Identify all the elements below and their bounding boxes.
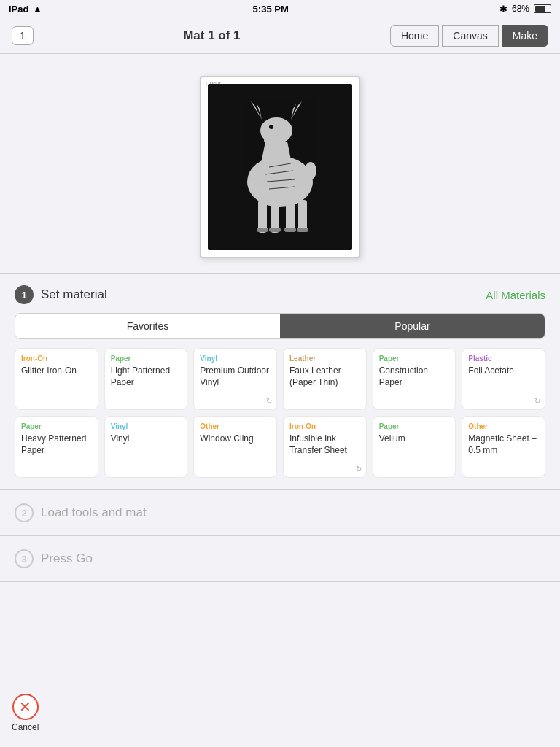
material-card[interactable]: VinylVinyl <box>104 416 188 478</box>
material-category-label: Iron-On <box>289 422 360 430</box>
material-category-label: Paper <box>379 422 450 430</box>
material-name-label: Infusible Ink Transfer Sheet <box>289 433 360 456</box>
material-name-label: Construction Paper <box>379 365 450 388</box>
step2-title: Load tools and mat <box>41 506 147 520</box>
svg-rect-7 <box>298 200 307 231</box>
step1-header-left: 1 Set material <box>15 285 107 304</box>
battery-icon <box>534 4 551 13</box>
step3-number: 3 <box>15 549 34 568</box>
home-button[interactable]: Home <box>390 25 439 47</box>
scroll-indicator: ↻ <box>266 397 272 405</box>
wifi-icon: ▲ <box>33 4 42 14</box>
material-name-label: Window Cling <box>200 433 271 445</box>
material-card[interactable]: OtherMagnetic Sheet – 0.5 mm <box>462 416 545 478</box>
material-card[interactable]: OtherWindow Cling <box>193 416 277 478</box>
material-card[interactable]: PlasticFoil Acetate↻ <box>462 348 545 410</box>
all-materials-link[interactable]: All Materials <box>486 289 545 301</box>
mat-inner <box>208 84 352 250</box>
scroll-indicator: ↻ <box>356 465 362 473</box>
step1-title: Set material <box>41 287 107 302</box>
moose-design <box>222 98 338 236</box>
cancel-icon: ✕ <box>12 694 39 720</box>
status-time: 5:35 PM <box>253 4 289 15</box>
mat-preview: Cricut <box>200 76 360 258</box>
make-button[interactable]: Make <box>502 25 548 47</box>
carrier-label: iPad <box>9 4 28 15</box>
material-category-label: Plastic <box>468 355 539 363</box>
favorites-tab[interactable]: Favorites <box>15 314 280 338</box>
material-category-label: Other <box>200 422 271 430</box>
material-card[interactable]: PaperLight Patterned Paper <box>104 348 188 410</box>
nav-right: Home Canvas Make <box>390 25 548 47</box>
status-bar: iPad ▲ 5:35 PM ✱ 68% <box>0 0 560 18</box>
material-category-label: Vinyl <box>200 355 271 363</box>
material-category-label: Other <box>468 422 539 430</box>
status-left: iPad ▲ <box>9 4 42 15</box>
svg-rect-8 <box>257 228 268 232</box>
material-name-label: Faux Leather (Paper Thin) <box>289 365 360 388</box>
main-content: Cricut <box>0 54 560 747</box>
material-name-label: Vellum <box>379 433 450 445</box>
svg-point-12 <box>305 162 316 179</box>
svg-rect-11 <box>297 228 308 232</box>
step1-number: 1 <box>15 285 34 304</box>
material-category-label: Paper <box>379 355 450 363</box>
material-card[interactable]: PaperVellum <box>373 416 456 478</box>
svg-rect-10 <box>284 228 296 232</box>
step3-title: Press Go <box>41 551 93 566</box>
svg-rect-6 <box>286 200 295 231</box>
material-name-label: Foil Acetate <box>468 365 539 377</box>
material-category-label: Vinyl <box>111 422 182 430</box>
material-tabs: Favorites Popular <box>15 313 545 339</box>
material-name-label: Magnetic Sheet – 0.5 mm <box>468 433 539 456</box>
material-category-label: Paper <box>21 422 92 430</box>
nav-left: 1 <box>12 26 34 45</box>
step1-header: 1 Set material All Materials <box>15 274 545 313</box>
material-category-label: Paper <box>111 355 182 363</box>
status-right: ✱ 68% <box>499 4 551 15</box>
material-name-label: Heavy Patterned Paper <box>21 433 92 456</box>
nav-bar: 1 Mat 1 of 1 Home Canvas Make <box>0 18 560 54</box>
material-card[interactable]: Iron-OnInfusible Ink Transfer Sheet↻ <box>283 416 367 478</box>
step2-row: 2 Load tools and mat <box>15 490 545 535</box>
material-name-label: Premium Outdoor Vinyl <box>200 365 271 388</box>
material-name-label: Light Patterned Paper <box>111 365 182 388</box>
scroll-indicator: ↻ <box>534 397 540 405</box>
material-name-label: Vinyl <box>111 433 182 445</box>
nav-title: Mat 1 of 1 <box>183 28 240 43</box>
steps-section: 1 Set material All Materials Favorites P… <box>0 273 560 582</box>
material-name-label: Glitter Iron-On <box>21 365 92 377</box>
material-card[interactable]: PaperConstruction Paper <box>373 348 456 410</box>
cancel-label: Cancel <box>12 722 39 732</box>
material-category-label: Leather <box>289 355 360 363</box>
svg-point-2 <box>269 125 273 129</box>
material-card[interactable]: Iron-OnGlitter Iron-On <box>15 348 98 410</box>
step2-number: 2 <box>15 503 34 522</box>
cancel-area[interactable]: ✕ Cancel <box>12 694 39 732</box>
mat-preview-area: Cricut <box>0 54 560 273</box>
step3-row: 3 Press Go <box>15 536 545 581</box>
canvas-button[interactable]: Canvas <box>442 25 498 47</box>
popular-tab[interactable]: Popular <box>280 314 545 338</box>
battery-text: 68% <box>512 4 529 14</box>
material-card[interactable]: PaperHeavy Patterned Paper <box>15 416 98 478</box>
material-card[interactable]: LeatherFaux Leather (Paper Thin) <box>283 348 367 410</box>
bluetooth-icon: ✱ <box>499 4 508 15</box>
svg-point-3 <box>247 156 313 207</box>
material-grid: Iron-OnGlitter Iron-OnPaperLight Pattern… <box>15 348 545 478</box>
mat-number-button[interactable]: 1 <box>12 26 34 45</box>
material-card[interactable]: VinylPremium Outdoor Vinyl↻ <box>193 348 277 410</box>
svg-rect-9 <box>269 228 281 232</box>
step3-bottom-divider <box>0 581 560 582</box>
material-category-label: Iron-On <box>21 355 92 363</box>
